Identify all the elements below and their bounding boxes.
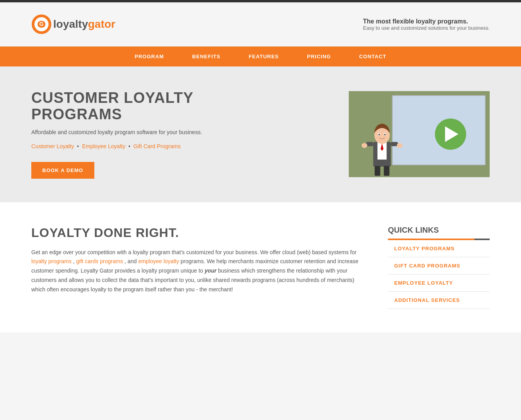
main-paragraph: Get an edge over your competition with a… bbox=[31, 248, 364, 294]
svg-point-14 bbox=[397, 143, 402, 148]
sidebar-link-additional-services[interactable]: ADDITIONAL SERVICES bbox=[388, 292, 490, 309]
svg-point-13 bbox=[362, 143, 367, 148]
main-nav: PROGRAM BENEFITS FEATURES PRICING CONTAC… bbox=[0, 47, 521, 66]
nav-pricing[interactable]: PRICING bbox=[293, 47, 345, 66]
link-gift-cards-programs[interactable]: gift cards programs bbox=[76, 258, 123, 264]
play-triangle-icon bbox=[445, 126, 458, 142]
tagline-sub: Easy to use and customized solutions for… bbox=[363, 25, 490, 31]
link-loyalty-programs[interactable]: loyalty programs bbox=[31, 258, 72, 264]
nav-program[interactable]: PROGRAM bbox=[121, 47, 178, 66]
hero-links: Customer Loyalty • Employee Loyalty • Gi… bbox=[31, 143, 251, 149]
header-tagline: The most flexible loyalty programs. Easy… bbox=[363, 18, 490, 31]
header: G loyaltygator The most flexible loyalty… bbox=[0, 2, 521, 47]
sidebar-link-employee-loyalty[interactable]: EMPLOYEE LOYALTY bbox=[388, 275, 490, 292]
logo-icon: G bbox=[31, 14, 52, 34]
your-emphasis: your bbox=[205, 267, 216, 274]
nav-contact[interactable]: CONTACT bbox=[345, 47, 400, 66]
link-employee-loyalty-text[interactable]: employee loyalty bbox=[138, 258, 179, 264]
link-gift-card-programs[interactable]: Gift Card Programs bbox=[133, 143, 181, 149]
tagline-main: The most flexible loyalty programs. bbox=[363, 18, 490, 25]
svg-point-10 bbox=[384, 134, 386, 136]
logo-text: loyaltygator bbox=[53, 18, 115, 31]
nav-benefits[interactable]: BENEFITS bbox=[178, 47, 234, 66]
svg-text:G: G bbox=[40, 21, 44, 27]
sidebar-link-loyalty-programs[interactable]: LOYALTY PROGRAMS bbox=[388, 240, 490, 257]
sidebar-link-gift-card-programs[interactable]: GIFT CARD PROGRAMS bbox=[388, 257, 490, 275]
hero-content: CUSTOMER LOYALTY PROGRAMS Affordable and… bbox=[31, 90, 251, 179]
svg-rect-16 bbox=[384, 166, 389, 176]
dot-separator-2: • bbox=[128, 143, 132, 149]
svg-point-9 bbox=[379, 134, 380, 136]
video-placeholder[interactable] bbox=[349, 91, 490, 177]
hero-heading: CUSTOMER LOYALTY PROGRAMS bbox=[31, 90, 251, 123]
link-customer-loyalty[interactable]: Customer Loyalty bbox=[31, 143, 74, 149]
svg-rect-15 bbox=[375, 166, 380, 176]
quick-links-heading: QUICK LINKS bbox=[388, 226, 490, 235]
main-content-section: LOYALTY DONE RIGHT. Get an edge over you… bbox=[0, 202, 521, 332]
logo-area: G loyaltygator bbox=[31, 14, 115, 34]
dot-separator-1: • bbox=[77, 143, 81, 149]
nav-features[interactable]: FEATURES bbox=[234, 47, 293, 66]
main-heading: LOYALTY DONE RIGHT. bbox=[31, 226, 364, 240]
book-demo-button[interactable]: BOOK A DEMO bbox=[31, 162, 94, 179]
link-employee-loyalty[interactable]: Employee Loyalty bbox=[82, 143, 126, 149]
svg-rect-11 bbox=[366, 142, 373, 146]
main-article: LOYALTY DONE RIGHT. Get an edge over you… bbox=[31, 226, 364, 309]
svg-rect-12 bbox=[391, 142, 398, 146]
sidebar: QUICK LINKS LOYALTY PROGRAMS GIFT CARD P… bbox=[388, 226, 490, 309]
character-illustration bbox=[357, 107, 407, 177]
hero-section: CUSTOMER LOYALTY PROGRAMS Affordable and… bbox=[0, 66, 521, 202]
play-button[interactable] bbox=[435, 118, 466, 150]
hero-subheading: Affordable and customized loyalty progra… bbox=[31, 129, 251, 135]
